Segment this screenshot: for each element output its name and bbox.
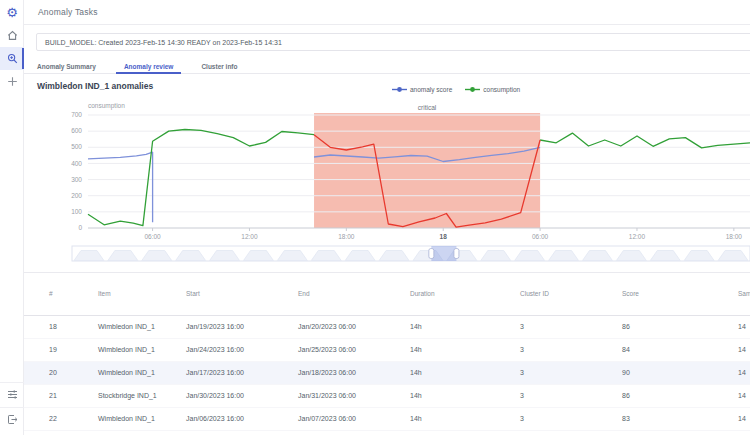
model-info-text: BUILD_MODEL: Created 2023-Feb-15 14:30 R…	[45, 39, 282, 46]
sidebar-item-settings[interactable]	[0, 382, 24, 407]
cell: 3	[514, 315, 616, 338]
col-header-item[interactable]: Item	[92, 273, 180, 315]
sidebar-item-add[interactable]	[0, 70, 24, 93]
col-header--[interactable]: #	[24, 273, 92, 315]
legend-item-consumption[interactable]: consumption	[465, 86, 520, 93]
sidebar-bottom	[0, 382, 24, 432]
y-tick-label: 400	[71, 160, 82, 167]
x-tick-label: 12:00	[629, 233, 646, 240]
cell: 84	[616, 338, 732, 361]
cell: Jan/17/2023 16:00	[180, 361, 292, 384]
plus-icon	[7, 73, 18, 91]
critical-region	[314, 113, 540, 228]
y-axis-label: consumption	[88, 102, 125, 110]
col-header-score[interactable]: Score	[616, 273, 732, 315]
cell: 3	[514, 361, 616, 384]
critical-region-label: critical	[418, 104, 437, 111]
y-tick-label: 200	[71, 192, 82, 199]
series-consumption	[540, 133, 750, 148]
chart-legend: anomaly scoreconsumption	[392, 86, 520, 93]
table-row[interactable]: 19Wimbledon IND_1Jan/24/2023 16:00Jan/25…	[24, 338, 750, 361]
x-tick-label: 06:00	[532, 233, 549, 240]
cell: 83	[616, 407, 732, 430]
cell: 14	[732, 315, 750, 338]
table-row[interactable]: 21Stockbridge IND_1Jan/30/2023 16:00Jan/…	[24, 384, 750, 407]
model-info-bar[interactable]: BUILD_MODEL: Created 2023-Feb-15 14:30 R…	[36, 33, 750, 51]
cell: 19	[24, 338, 92, 361]
legend-marker-icon	[465, 86, 480, 93]
cell: 18	[24, 315, 92, 338]
x-tick-label: 18:00	[726, 233, 743, 240]
cell: 14h	[404, 338, 514, 361]
cell: 14	[732, 407, 750, 430]
cell: Jan/30/2023 16:00	[180, 384, 292, 407]
cell: 14	[732, 384, 750, 407]
cell: 14h	[404, 315, 514, 338]
table-header-row: #ItemStartEndDurationCluster IDScoreSamp…	[24, 273, 750, 315]
tab-anomaly-review[interactable]: Anomaly review	[110, 57, 188, 73]
anomaly-table-wrap: #ItemStartEndDurationCluster IDScoreSamp…	[24, 273, 750, 435]
sidebar: ⚙	[0, 0, 24, 435]
tab-bar: Anomaly SummaryAnomaly reviewCluster inf…	[24, 57, 750, 74]
app-logo-icon[interactable]: ⚙	[0, 0, 24, 24]
cell: Jan/20/2023 06:00	[292, 315, 404, 338]
x-tick-label: 18:00	[338, 233, 355, 240]
cell: 14	[732, 338, 750, 361]
navigator-selection[interactable]	[431, 246, 456, 261]
navigator-handle-right[interactable]	[454, 249, 459, 259]
home-icon	[7, 27, 18, 45]
y-tick-label: 300	[71, 176, 82, 183]
cell: Jan/07/2023 06:00	[292, 407, 404, 430]
sidebar-item-anomaly-search[interactable]	[0, 47, 24, 70]
sidebar-item-home[interactable]	[0, 24, 24, 47]
cell: Wimbledon IND_1	[92, 361, 180, 384]
anomaly-table: #ItemStartEndDurationCluster IDScoreSamp…	[24, 273, 750, 431]
sidebar-item-exit[interactable]	[0, 407, 24, 432]
table-row[interactable]: 22Wimbledon IND_1Jan/06/2023 16:00Jan/07…	[24, 407, 750, 430]
cell: 20	[24, 361, 92, 384]
col-header-cluster-id[interactable]: Cluster ID	[514, 273, 616, 315]
cell: Stockbridge IND_1	[92, 384, 180, 407]
cell: 3	[514, 338, 616, 361]
series-consumption	[88, 130, 314, 226]
chart-title: Wimbledon IND_1 anomalies	[37, 81, 153, 91]
y-tick-label: 600	[71, 127, 82, 134]
cell: 90	[616, 361, 732, 384]
page-title: Anomaly Tasks	[38, 7, 98, 17]
zoom-search-icon	[7, 50, 18, 68]
col-header-duration[interactable]: Duration	[404, 273, 514, 315]
cell: 3	[514, 407, 616, 430]
exit-icon	[7, 411, 18, 429]
cell: 22	[24, 407, 92, 430]
cell: Jan/19/2023 16:00	[180, 315, 292, 338]
table-row[interactable]: 20Wimbledon IND_1Jan/17/2023 16:00Jan/18…	[24, 361, 750, 384]
cell: Jan/18/2023 06:00	[292, 361, 404, 384]
anomaly-chart[interactable]: critical0100200300400500600700consumptio…	[24, 100, 750, 265]
y-tick-label: 100	[71, 208, 82, 215]
cell: 3	[514, 384, 616, 407]
y-tick-label: 500	[71, 143, 82, 150]
cell: Wimbledon IND_1	[92, 315, 180, 338]
col-header-start[interactable]: Start	[180, 273, 292, 315]
x-tick-label: 18	[440, 233, 448, 240]
y-tick-label: 0	[78, 224, 82, 231]
cell: 21	[24, 384, 92, 407]
legend-item-anomaly-score[interactable]: anomaly score	[392, 86, 452, 93]
navigator-handle-left[interactable]	[429, 249, 434, 259]
cell: Wimbledon IND_1	[92, 407, 180, 430]
col-header-samples[interactable]: Samples	[732, 273, 750, 315]
cell: 86	[616, 384, 732, 407]
cell: 14h	[404, 384, 514, 407]
col-header-end[interactable]: End	[292, 273, 404, 315]
cell: 14h	[404, 361, 514, 384]
legend-marker-icon	[392, 86, 407, 93]
tab-cluster-info[interactable]: Cluster info	[187, 57, 251, 73]
cell: 86	[616, 315, 732, 338]
y-tick-label: 700	[71, 111, 82, 118]
tab-anomaly-summary[interactable]: Anomaly Summary	[37, 57, 110, 73]
x-tick-label: 12:00	[241, 233, 258, 240]
table-row[interactable]: 18Wimbledon IND_1Jan/19/2023 16:00Jan/20…	[24, 315, 750, 338]
cell: 14h	[404, 407, 514, 430]
navigator-strip[interactable]	[72, 246, 750, 261]
cell: Jan/06/2023 16:00	[180, 407, 292, 430]
